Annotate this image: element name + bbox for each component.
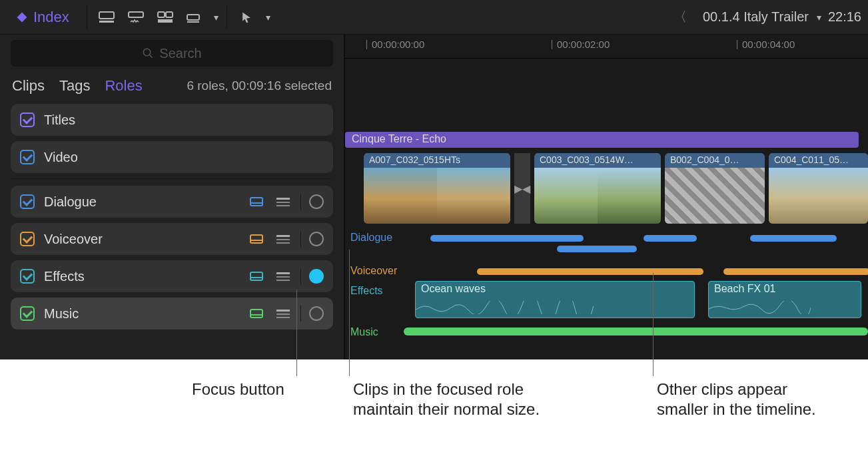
clip-appearance-4-icon[interactable]: [183, 8, 206, 27]
lane-label-voiceover: Voiceover: [350, 265, 397, 277]
project-header: 〈 00.1.4 Italy Trailer ▾ 22:16: [664, 8, 861, 26]
focus-button[interactable]: [309, 194, 324, 209]
roles-summary: 6 roles, 00:09:16 selected: [187, 79, 332, 93]
annotation-callouts: Focus button Clips in the focused role m…: [0, 359, 868, 450]
leader-line: [349, 250, 350, 376]
ruler-tick: 00:00:02:00: [557, 39, 610, 50]
voiceover-lane: [397, 268, 868, 275]
audio-clip[interactable]: [644, 235, 697, 242]
tab-tags[interactable]: Tags: [59, 77, 90, 95]
role-voiceover[interactable]: Voiceover: [11, 223, 333, 255]
clip-name: B002_C004_0…: [665, 153, 765, 168]
time-ruler[interactable]: 00:00:00:00 00:00:02:00 00:00:04:00: [345, 35, 868, 59]
timeline[interactable]: 00:00:00:00 00:00:02:00 00:00:04:00 Cinq…: [345, 35, 868, 359]
index-button[interactable]: Index: [7, 5, 79, 30]
checkbox-icon[interactable]: [20, 150, 35, 164]
transition-icon[interactable]: ▶◀: [514, 153, 530, 224]
list-view-icon[interactable]: [274, 232, 292, 246]
dialogue-lane: [397, 235, 868, 242]
nav-back-icon[interactable]: 〈: [664, 8, 696, 26]
svg-rect-4: [166, 12, 173, 17]
video-clip[interactable]: C003_C003_0514W…: [534, 153, 661, 224]
clip-appearance-1-icon[interactable]: [95, 8, 118, 27]
chevron-down-icon[interactable]: ▾: [266, 12, 270, 23]
role-titles[interactable]: Titles: [11, 104, 333, 136]
callout-other-clips: Other clips appear smaller in the timeli…: [657, 379, 823, 419]
role-label: Titles: [44, 112, 75, 128]
lane-view-icon[interactable]: [247, 194, 266, 209]
role-label: Video: [44, 150, 78, 165]
clip-name: C003_C003_0514W…: [534, 153, 661, 168]
checkbox-icon[interactable]: [20, 112, 35, 127]
role-effects[interactable]: Effects: [11, 260, 333, 292]
role-dialogue[interactable]: Dialogue: [11, 186, 333, 218]
tab-roles[interactable]: Roles: [105, 77, 142, 95]
separator: [226, 6, 227, 29]
focus-button[interactable]: [309, 306, 324, 321]
audio-clip[interactable]: [750, 235, 837, 242]
project-timecode: 22:16: [828, 9, 861, 25]
checkbox-icon[interactable]: [20, 306, 35, 321]
clip-name: Beach FX 01: [714, 283, 776, 294]
svg-rect-7: [187, 21, 199, 23]
clip-appearance-group: ▾: [95, 8, 218, 27]
audio-clip[interactable]: [430, 235, 584, 242]
roles-list: Titles Video Dialogue: [0, 104, 344, 335]
list-view-icon[interactable]: [274, 194, 292, 209]
index-tabs: Clips Tags Roles 6 roles, 00:09:16 selec…: [0, 72, 344, 104]
tab-clips[interactable]: Clips: [12, 77, 45, 95]
checkbox-icon[interactable]: [20, 232, 35, 246]
top-toolbar: Index ▾ ▾ 〈 00.1.4 Italy Trailer ▾ 22:16: [0, 0, 868, 35]
chevron-down-icon[interactable]: ▾: [817, 12, 821, 23]
waveform-icon: [416, 301, 594, 314]
audio-clip[interactable]: [477, 268, 703, 275]
lane-label-dialogue: Dialogue: [350, 232, 392, 244]
leader-line: [296, 290, 297, 376]
role-label: Voiceover: [44, 232, 103, 247]
role-video[interactable]: Video: [11, 141, 333, 173]
index-icon: [16, 11, 28, 23]
clip-appearance-2-icon[interactable]: [125, 8, 147, 27]
svg-rect-2: [129, 12, 143, 17]
focus-button[interactable]: [309, 269, 324, 284]
callout-focus: Focus button: [192, 379, 284, 399]
audio-clip[interactable]: [557, 246, 637, 252]
clip-name: A007_C032_0515HTs: [364, 153, 510, 168]
project-name[interactable]: 00.1.4 Italy Trailer: [703, 9, 809, 25]
separator: [87, 6, 87, 29]
role-music[interactable]: Music: [11, 298, 333, 330]
chevron-down-icon[interactable]: ▾: [214, 12, 218, 23]
tool-select-group: ▾: [235, 8, 270, 27]
list-view-icon[interactable]: [274, 269, 292, 284]
clip-name: Ocean waves: [421, 283, 486, 294]
lane-view-icon[interactable]: [247, 306, 266, 321]
list-view-icon[interactable]: [274, 306, 292, 321]
role-label: Music: [44, 306, 79, 322]
video-track: A007_C032_0515HTs ▶◀ C003_C003_0514W… B0…: [364, 153, 868, 224]
callout-focused-role: Clips in the focused role maintain their…: [353, 379, 546, 419]
checkbox-icon[interactable]: [20, 269, 35, 284]
role-label: Effects: [44, 269, 85, 284]
lane-view-icon[interactable]: [247, 269, 266, 284]
music-clip[interactable]: [404, 328, 868, 336]
pointer-tool-icon[interactable]: [235, 8, 258, 27]
clip-name: C004_C011_05…: [769, 153, 868, 168]
audio-clip[interactable]: [723, 268, 868, 275]
lane-view-icon[interactable]: [247, 232, 266, 246]
role-label: Dialogue: [44, 194, 97, 210]
video-clip[interactable]: C004_C011_05…: [769, 153, 868, 224]
search-icon: [142, 47, 154, 59]
search-input[interactable]: Search: [11, 40, 333, 67]
video-clip[interactable]: B002_C004_0…: [665, 153, 765, 224]
svg-rect-3: [158, 12, 165, 17]
effects-clip[interactable]: Beach FX 01: [708, 281, 861, 318]
group-separator: [11, 178, 333, 179]
focus-button[interactable]: [309, 232, 324, 246]
ruler-tick: 00:00:04:00: [742, 39, 795, 50]
svg-point-8: [144, 49, 151, 56]
clip-appearance-3-icon[interactable]: [154, 8, 177, 27]
svg-rect-1: [99, 21, 114, 23]
checkbox-icon[interactable]: [20, 194, 35, 209]
title-clip[interactable]: Cinque Terre - Echo: [345, 132, 859, 148]
video-clip[interactable]: A007_C032_0515HTs: [364, 153, 510, 224]
